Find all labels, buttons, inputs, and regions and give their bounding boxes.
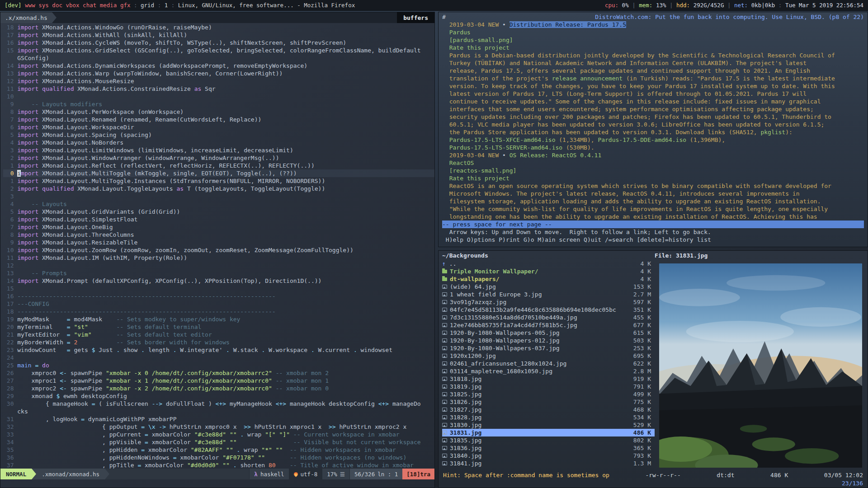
link[interactable]: Rate this project	[442, 175, 509, 182]
w-token	[276, 431, 279, 438]
image-icon	[442, 354, 447, 358]
code-line: 18--------------------------------------…	[3, 308, 434, 315]
line-number: 3	[3, 146, 14, 154]
file-row[interactable]: 31826.jpg775 K	[442, 398, 655, 406]
link[interactable]: Pardus	[442, 29, 471, 36]
image-icon	[442, 323, 447, 327]
file-row[interactable]: 7d3c13155880e514a8d6d70510be449a.jpg455 …	[442, 314, 655, 321]
link[interactable]: [reactos-small.png]	[442, 167, 516, 174]
file-list[interactable]: ↑..4 KTriple Monitor Wallpaper/4 Kdt-wal…	[439, 260, 655, 470]
file-row[interactable]: 1920x1200.jpg695 K	[442, 352, 655, 360]
cur-token: i	[17, 170, 21, 177]
y-token: ):	[785, 129, 793, 136]
link[interactable]: [pardus-small.png]	[442, 37, 513, 43]
s-token: "#82AAFF"	[191, 446, 222, 453]
w-token: spawnPipe	[67, 377, 106, 384]
image-icon	[442, 285, 447, 289]
hash-marker: #	[442, 13, 449, 21]
filemanager-window[interactable]: ~/Backgrounds File: 31831.jpg ↑..4 KTrip…	[438, 250, 868, 488]
link[interactable]: Pardus-17.5-LTS-XFCE-amd64.iso	[442, 136, 555, 143]
link[interactable]: pkglist	[760, 129, 785, 136]
w-token: W.integrate'	[177, 347, 226, 353]
link[interactable]: Pardus-17.5-DDE-amd64.iso	[598, 136, 686, 143]
file-row[interactable]: 31830.jpg529 K	[442, 421, 655, 429]
file-size: 486 K	[770, 471, 788, 479]
link[interactable]: Rate this project	[442, 44, 509, 51]
file-row[interactable]: 31825.jpg499 K	[442, 390, 655, 398]
powerline-arrow-icon	[105, 469, 109, 479]
file-row[interactable]: 03114_mapletree_1680x1050.jpg2.8 M	[442, 367, 655, 375]
file-row[interactable]: 31835.jpg802 K	[442, 436, 655, 444]
image-icon	[442, 408, 447, 412]
file-row[interactable]: ↑..4 K	[442, 260, 655, 267]
code-line: 13 -- Prompts	[3, 269, 434, 277]
code-area[interactable]: 18import XMonad.Actions.WindowGo (runOrR…	[0, 23, 434, 469]
line-number: 17	[3, 300, 14, 308]
encoding-label: utf-8	[301, 470, 318, 478]
file-row[interactable]: 1920-By-1080-Wallpapers-037.jpg253 K	[442, 344, 655, 352]
code-line: 3import XMonad.Layout.LimitWindows (limi…	[3, 146, 434, 154]
file-size: 365 K	[633, 444, 651, 452]
k-token: import qualified	[17, 85, 74, 92]
filetype-label: haskell	[260, 470, 284, 478]
w-token	[88, 324, 117, 330]
k-token: import	[17, 78, 38, 84]
w-token	[38, 362, 42, 369]
w-token	[272, 370, 276, 376]
xmobar-workspaces-and-title[interactable]: [dev] www sys doc vbox chat media gfx : …	[5, 1, 355, 9]
file-row[interactable]: 3vo91g7azxqz.jpg597 K	[442, 298, 655, 306]
file-row[interactable]: 31818.jpg919 K	[442, 375, 655, 383]
editor-window[interactable]: .x/xmonad.hs buffers 18import XMonad.Act…	[0, 12, 435, 488]
link[interactable]: ReactOS	[442, 160, 474, 166]
selected-link[interactable]: Distribution Release: Pardus 17.5	[509, 21, 626, 28]
k-token: import	[17, 24, 38, 31]
file-name: 31835.jpg	[450, 436, 633, 444]
file-row[interactable]: 31840.jpg793 K	[442, 452, 655, 460]
line-number: 15	[3, 285, 14, 292]
k-token: import	[17, 108, 38, 115]
link[interactable]: OS Release: ReactOS 0.4.11	[509, 152, 602, 159]
k-token: mport	[21, 170, 38, 177]
w-token: XMonad.Layout.MultiToggle.Instances (Std…	[38, 178, 325, 184]
file-size: 2.7 M	[633, 291, 651, 298]
w-token: shorten	[237, 462, 269, 469]
file-name: 31831.jpg	[450, 429, 633, 436]
w-token	[290, 431, 293, 438]
file-row[interactable]: Triple Monitor Wallpaper/4 K	[442, 267, 655, 275]
vifm-statusline: Hint: Space after :command name is somet…	[439, 470, 868, 479]
file-size: 622 K	[633, 360, 651, 367]
link[interactable]: Pardus-17.5-LTS-SERVER-amd64.iso	[442, 144, 562, 151]
file-row[interactable]: 31836.jpg365 K	[442, 444, 655, 452]
file-row[interactable]: 1920-By-1080-Wallpapers-012.jpg503 K	[442, 337, 655, 344]
line-number: 32	[3, 423, 14, 431]
lynx-header-row: # DistroWatch.com: Put the fun back into…	[442, 13, 864, 21]
file-row[interactable]: (wide) 64.jpg153 K	[442, 283, 655, 291]
w-token: myModMask	[17, 316, 67, 323]
file-row[interactable]: 1 wheat field Europe 3.jpg2.7 M	[442, 291, 655, 298]
file-name: 04fc7e45d58113b2a9fe446c8c635886b694e108…	[450, 306, 633, 314]
k-token: import	[17, 147, 38, 154]
statusline-filename: .xmonad/xmonad.hs	[36, 469, 105, 479]
file-row[interactable]: 31828.jpg534 K	[442, 413, 655, 421]
file-row[interactable]: 31827.jpg468 K	[442, 406, 655, 413]
o-token: <+>	[216, 400, 226, 407]
w-token: xmproc1	[17, 377, 60, 384]
w-token: XMonad.Actions.WindowGo (runOrRaise, rai…	[38, 24, 212, 31]
file-row[interactable]: 04fc7e45d58113b2a9fe446c8c635886b694e108…	[442, 306, 655, 314]
w-token: XMonad.Actions.DynamicWorkspaces (addWor…	[38, 62, 307, 69]
c-token: -- Sets border width for windows	[116, 339, 229, 346]
o-token: <-	[60, 385, 67, 392]
file-row[interactable]: 31841.jpg1.3 M	[442, 460, 655, 467]
vim-tab[interactable]: .x/xmonad.hs	[0, 12, 52, 23]
file-name: 03114_mapletree_1680x1050.jpg	[450, 367, 633, 375]
file-row[interactable]: 12ee746bb85735f1a7a4cd4d7f581b5c.jpg677 …	[442, 321, 655, 329]
file-row[interactable]: 31819.jpg791 K	[442, 383, 655, 390]
w-token	[237, 439, 293, 446]
file-row[interactable]: 1920-By-1080-Wallpapers-005.jpg615 K	[442, 329, 655, 337]
file-row[interactable]: 31831.jpg486 K	[442, 429, 655, 436]
link[interactable]: release announcement	[552, 75, 623, 82]
file-row[interactable]: dt-wallpapers/4 K	[442, 275, 655, 283]
browser-window[interactable]: # DistroWatch.com: Put the fun back into…	[438, 12, 868, 247]
file-row[interactable]: 02461_africansunset_1280x1024.jpg622 K	[442, 360, 655, 367]
text-line: Pardus-17.5-LTS-XFCE-amd64.iso (1,334MB)…	[442, 136, 864, 144]
